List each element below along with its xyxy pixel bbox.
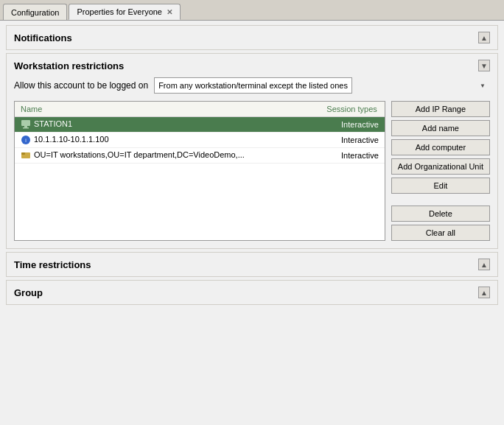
allow-select[interactable]: From any workstation/terminal except the… (154, 77, 352, 94)
time-restrictions-section: Time restrictions ▲ (6, 252, 498, 277)
row-session-cell: Interactive (306, 133, 385, 148)
svg-rect-6 (21, 152, 25, 155)
group-header: Group ▲ (7, 281, 497, 304)
notifications-toggle-icon: ▲ (480, 34, 488, 42)
group-toggle-icon: ▲ (480, 289, 488, 297)
row-name: STATION1 (34, 119, 72, 128)
workstation-body: Allow this account to be logged on From … (7, 77, 497, 241)
time-restrictions-toggle-icon: ▲ (480, 261, 488, 269)
tab-configuration[interactable]: Configuration (3, 4, 67, 20)
table-buttons-row: Name Session types STATION1Interactive i… (14, 101, 490, 241)
delete-button[interactable]: Delete (391, 206, 490, 222)
notifications-title: Notifications (14, 32, 72, 43)
svg-rect-1 (24, 126, 27, 127)
workstation-section: Workstation restrictions ▼ Allow this ac… (6, 53, 498, 249)
time-restrictions-header: Time restrictions ▲ (7, 253, 497, 276)
notifications-section: Notifications ▲ (6, 25, 498, 50)
row-session-cell: Interactive (306, 117, 385, 133)
row-name: OU=IT workstations,OU=IT department,DC=V… (34, 150, 245, 159)
svg-rect-2 (23, 127, 29, 129)
workstation-toggle[interactable]: ▼ (478, 60, 490, 71)
row-name-cell: i 10.1.1.10-10.1.1.100 (15, 133, 306, 148)
tab-bar: Configuration Properties for Everyone ✕ (0, 0, 504, 21)
table-row[interactable]: STATION1Interactive (15, 117, 385, 133)
edit-button[interactable]: Edit (391, 178, 490, 194)
allow-label: Allow this account to be logged on (14, 80, 148, 91)
main-content: Notifications ▲ Workstation restrictions… (0, 21, 504, 425)
close-tab-icon[interactable]: ✕ (167, 8, 172, 16)
buttons-panel: Add IP Range Add name Add computer Add O… (391, 101, 490, 241)
add-name-button[interactable]: Add name (391, 120, 490, 136)
row-name-cell: STATION1 (15, 117, 306, 133)
add-ou-button[interactable]: Add Organizational Unit (391, 158, 490, 175)
col-header-name: Name (15, 102, 306, 117)
add-computer-button[interactable]: Add computer (391, 139, 490, 155)
group-section: Group ▲ (6, 280, 498, 305)
workstation-table: Name Session types STATION1Interactive i… (15, 102, 385, 164)
add-ip-range-button[interactable]: Add IP Range (391, 101, 490, 117)
allow-select-wrapper: From any workstation/terminal except the… (154, 77, 490, 94)
workstation-toggle-icon: ▼ (480, 62, 488, 70)
workstation-header: Workstation restrictions ▼ (7, 54, 497, 77)
svg-rect-0 (21, 120, 30, 126)
table-row[interactable]: OU=IT workstations,OU=IT department,DC=V… (15, 148, 385, 164)
notifications-toggle[interactable]: ▲ (478, 32, 490, 43)
row-name: 10.1.1.10-10.1.1.100 (34, 135, 109, 144)
table-container: Name Session types STATION1Interactive i… (14, 101, 385, 241)
notifications-header: Notifications ▲ (7, 26, 497, 49)
tab-configuration-label: Configuration (11, 8, 59, 17)
row-name-cell: OU=IT workstations,OU=IT department,DC=V… (15, 148, 306, 164)
row-session-cell: Interactive (306, 148, 385, 164)
group-title: Group (14, 287, 43, 298)
clear-all-button[interactable]: Clear all (391, 225, 490, 241)
table-row[interactable]: i 10.1.1.10-10.1.1.100Interactive (15, 133, 385, 148)
tab-properties[interactable]: Properties for Everyone ✕ (69, 4, 181, 20)
group-toggle[interactable]: ▲ (478, 287, 490, 298)
time-restrictions-toggle[interactable]: ▲ (478, 259, 490, 270)
col-header-session: Session types (306, 102, 385, 117)
tab-properties-label: Properties for Everyone (77, 7, 162, 16)
allow-row: Allow this account to be logged on From … (14, 77, 490, 94)
workstation-title: Workstation restrictions (14, 60, 124, 71)
time-restrictions-title: Time restrictions (14, 259, 91, 270)
